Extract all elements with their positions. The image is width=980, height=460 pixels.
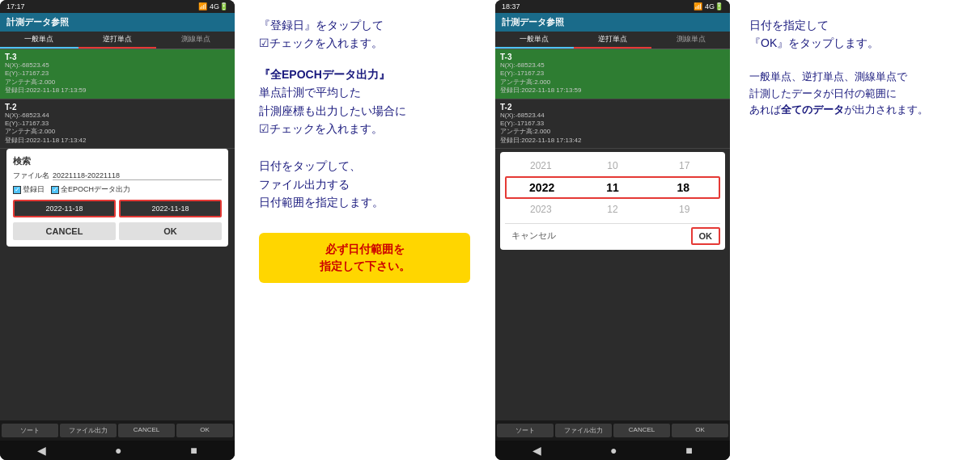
left-ann-line3: 『全EPOCHデータ出力』 (259, 68, 390, 81)
right-month-11[interactable]: 11 (577, 181, 647, 194)
left-annotation-area: 『登録日』をタップして ☑チェックを入れます。 『全EPOCHデータ出力』 単点… (235, 0, 494, 460)
right-month-12[interactable]: 12 (577, 204, 649, 215)
left-sort-button[interactable]: ソート (2, 424, 58, 437)
right-tab-reverse[interactable]: 逆打単点 (574, 32, 652, 49)
left-phone: 17:17 📶 4G🔋 計測データ参照 一般単点 逆打単点 測線単点 T-3 N… (0, 0, 235, 460)
left-bottom-cancel-button[interactable]: CANCEL (118, 424, 175, 437)
right-date-ok-button[interactable]: OK (691, 227, 721, 245)
left-annotation-block2: 『全EPOCHデータ出力』 単点計測で平均した 計測座標も出力したい場合に ☑チ… (259, 65, 470, 138)
right-ann-line5-bold: 全てのデータ (781, 103, 844, 116)
left-tab-general[interactable]: 一般単点 (0, 32, 78, 49)
right-ann-line1: 日付を指定して (749, 19, 829, 32)
left-checkbox-epoch-box[interactable]: ✓ (51, 186, 59, 194)
left-ann-line4: 単点計測で平均した (259, 86, 361, 99)
left-checkbox-epoch-label: 全EPOCHデータ出力 (61, 184, 130, 195)
right-data-list: T-3 N(X):-68523.45E(Y):-17167.23アンテナ高:2.… (495, 49, 730, 420)
left-dialog-btns: CANCEL OK (13, 222, 222, 240)
left-file-output-button[interactable]: ファイル出力 (60, 424, 117, 437)
left-status-bar: 17:17 📶 4G🔋 (0, 0, 235, 13)
right-app-title: 計測データ参照 (495, 13, 730, 32)
right-annotation-block1: 日付を指定して 『OK』をタップします。 (749, 16, 961, 53)
left-annotation-block1: 『登録日』をタップして ☑チェックを入れます。 (259, 16, 470, 53)
right-ann-line4: 計測したデータが日付の範囲に (749, 87, 897, 99)
right-year-2022[interactable]: 2022 (507, 181, 577, 194)
left-annotation-block3: 日付をタップして、 ファイル出力する 日付範囲を指定します。 (259, 157, 470, 211)
right-data-item-t3[interactable]: T-3 N(X):-68523.45E(Y):-17167.23アンテナ高:2.… (495, 49, 730, 99)
left-data-item-t2[interactable]: T-2 N(X):-68523.44E(Y):-17167.33アンテナ高:2.… (0, 99, 235, 150)
left-item-t3-detail: N(X):-68523.45E(Y):-17167.23アンテナ高:2.000登… (5, 61, 230, 95)
left-ann-line1: 『登録日』をタップして (259, 19, 384, 32)
right-datepicker-row1[interactable]: 2021 10 17 (505, 157, 720, 175)
left-status-icons: 📶 4G🔋 (198, 2, 228, 11)
right-square-icon[interactable]: ■ (685, 444, 692, 457)
left-app-title: 計測データ参照 (0, 13, 235, 32)
right-date-picker: 2021 10 17 2022 11 18 2023 12 19 キャンセル (500, 152, 725, 250)
right-tab-survey[interactable]: 測線単点 (651, 32, 730, 49)
left-back-icon[interactable]: ◀ (37, 444, 46, 457)
left-home-icon[interactable]: ● (115, 444, 121, 457)
left-search-title: 検索 (13, 155, 222, 167)
left-square-icon[interactable]: ■ (190, 444, 197, 457)
right-item-t2-title: T-2 (500, 103, 725, 112)
right-year-2021[interactable]: 2021 (505, 160, 577, 171)
right-ann-line5-prefix: あれば (749, 103, 781, 116)
right-nav-bar: ◀ ● ■ (495, 441, 730, 460)
right-day-18[interactable]: 18 (648, 181, 719, 194)
right-status-bar: 18:37 📶 4G🔋 (495, 0, 730, 13)
right-sort-button[interactable]: ソート (497, 424, 554, 437)
left-checkbox-touroku-box[interactable]: ✓ (13, 186, 21, 194)
left-file-row: ファイル名 20221118-20221118 (13, 171, 222, 181)
right-tab-bar: 一般単点 逆打単点 測線単点 (495, 32, 730, 49)
left-tab-survey[interactable]: 測線単点 (156, 32, 235, 49)
right-file-output-button[interactable]: ファイル出力 (555, 424, 612, 437)
right-bottom-ok-button[interactable]: OK (672, 424, 728, 437)
right-day-17[interactable]: 17 (648, 160, 720, 171)
left-tab-reverse[interactable]: 逆打単点 (78, 32, 157, 49)
right-year-2023[interactable]: 2023 (505, 204, 577, 215)
left-checkbox-epoch[interactable]: ✓ 全EPOCHデータ出力 (51, 184, 130, 195)
right-annotation-block2: 一般単点、逆打単点、測線単点で 計測したデータが日付の範囲に あれば全てのデータ… (749, 69, 961, 119)
right-datepicker-row2-selected[interactable]: 2022 11 18 (505, 176, 720, 199)
right-ann-line3: 一般単点、逆打単点、測線単点で (749, 70, 907, 82)
left-data-item-t3[interactable]: T-3 N(X):-68523.45E(Y):-17167.23アンテナ高:2.… (0, 49, 235, 99)
right-day-19[interactable]: 19 (648, 204, 720, 215)
left-ann-line7: 日付をタップして、 (259, 159, 361, 172)
left-item-t3-title: T-3 (5, 53, 230, 61)
right-tab-general[interactable]: 一般単点 (495, 32, 574, 49)
right-app-screen: 計測データ参照 一般単点 逆打単点 測線単点 T-3 N(X):-68523.4… (495, 13, 730, 460)
left-yellow-box: 必ず日付範囲を指定して下さい。 (259, 233, 470, 283)
left-checkbox-row: ✓ 登録日 ✓ 全EPOCHデータ出力 (13, 184, 222, 195)
left-data-list: T-3 N(X):-68523.45E(Y):-17167.23アンテナ高:2.… (0, 49, 235, 420)
left-app-screen: 計測データ参照 一般単点 逆打単点 測線単点 T-3 N(X):-68523.4… (0, 13, 235, 460)
left-cancel-button[interactable]: CANCEL (13, 222, 116, 240)
right-ann-line2: 『OK』をタップします。 (749, 36, 879, 49)
right-data-item-t2[interactable]: T-2 N(X):-68523.44E(Y):-17167.33アンテナ高:2.… (495, 99, 730, 150)
right-phone: 18:37 📶 4G🔋 計測データ参照 一般単点 逆打単点 測線単点 T-3 N… (495, 0, 730, 460)
right-item-t2-detail: N(X):-68523.44E(Y):-17167.33アンテナ高:2.000登… (500, 112, 725, 146)
right-time: 18:37 (502, 2, 520, 11)
left-nav-bar: ◀ ● ■ (0, 441, 235, 460)
right-item-t3-title: T-3 (500, 53, 725, 61)
right-datepicker-row3[interactable]: 2023 12 19 (505, 200, 720, 218)
right-status-icons: 📶 4G🔋 (694, 2, 723, 11)
right-item-t3-detail: N(X):-68523.45E(Y):-17167.23アンテナ高:2.000登… (500, 61, 725, 95)
right-date-cancel-button[interactable]: キャンセル (505, 227, 562, 245)
left-date-to[interactable]: 2022-11-18 (119, 200, 222, 217)
right-back-icon[interactable]: ◀ (532, 444, 541, 457)
left-ann-line5: 計測座標も出力したい場合に (259, 104, 406, 117)
left-ann-line6: ☑チェックを入れます。 (259, 122, 383, 135)
right-date-picker-btns: キャンセル OK (505, 223, 720, 245)
left-ok-button[interactable]: OK (119, 222, 222, 240)
left-file-value: 20221118-20221118 (53, 171, 222, 180)
left-date-range: 2022-11-18 2022-11-18 (13, 200, 222, 217)
left-checkbox-touroku[interactable]: ✓ 登録日 (13, 184, 45, 195)
right-home-icon[interactable]: ● (610, 444, 617, 457)
right-bottom-cancel-button[interactable]: CANCEL (613, 424, 670, 437)
left-item-t2-detail: N(X):-68523.44E(Y):-17167.33アンテナ高:2.000登… (5, 112, 230, 146)
left-ann-line8: ファイル出力する (259, 178, 350, 191)
left-ann-line2: ☑チェックを入れます。 (259, 36, 383, 49)
left-bottom-ok-button[interactable]: OK (176, 424, 233, 437)
left-date-from[interactable]: 2022-11-18 (13, 200, 116, 217)
right-month-10[interactable]: 10 (577, 160, 649, 171)
left-checkbox-touroku-label: 登録日 (23, 184, 45, 195)
